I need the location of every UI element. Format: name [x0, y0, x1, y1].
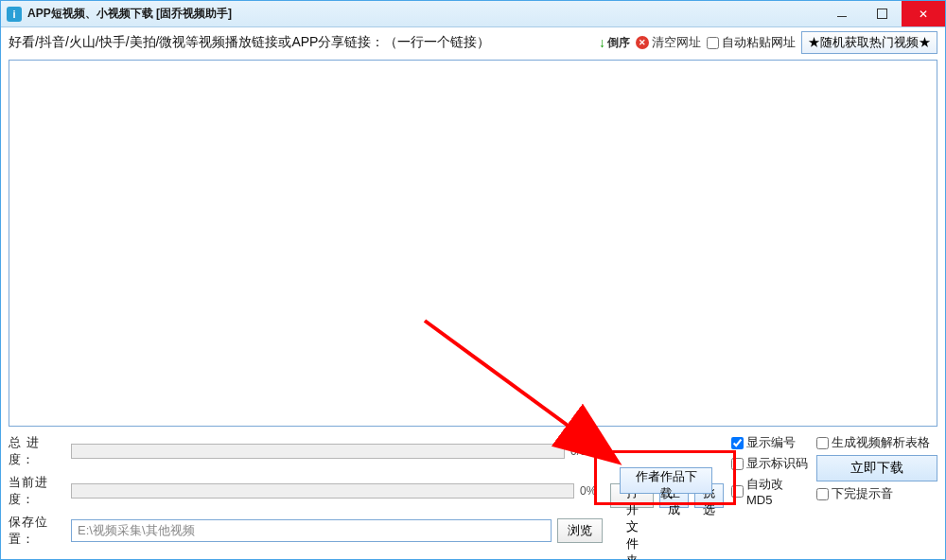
show-index-input[interactable]: [731, 437, 744, 449]
show-idcode-label: 显示标识码: [746, 455, 808, 472]
bottom-left-column: 总 进 度： 0/0 当前进度： 0% 保存位置： 浏览: [9, 434, 603, 548]
save-path-input[interactable]: [71, 519, 552, 542]
current-progress-bar: [71, 483, 574, 499]
window-controls: [822, 1, 945, 26]
show-idcode-input[interactable]: [731, 458, 744, 470]
reverse-order-button[interactable]: ↓ 倒序: [599, 35, 630, 50]
download-column: 生成视频解析表格 立即下载 下完提示音: [816, 434, 937, 548]
url-input-area: [9, 60, 937, 427]
window-title: APP短视频、小视频下载 [固乔视频助手]: [27, 6, 822, 22]
total-progress-ratio: 0/0: [570, 445, 603, 458]
current-progress-pct: 0%: [580, 484, 603, 498]
show-idcode-checkbox[interactable]: 显示标识码: [731, 455, 809, 472]
clear-icon: ✕: [636, 36, 649, 49]
auto-paste-label: 自动粘贴网址: [722, 34, 796, 51]
reverse-order-label: 倒序: [607, 37, 630, 48]
save-path-label: 保存位置：: [9, 514, 65, 548]
app-icon: i: [7, 7, 22, 22]
bottom-panel: 总 进 度： 0/0 当前进度： 0% 保存位置： 浏览 打开文件夹 生成 挑选: [1, 429, 945, 548]
download-now-button[interactable]: 立即下载: [816, 455, 937, 481]
app-window: i APP短视频、小视频下载 [固乔视频助手] 好看/抖音/火山/快手/美拍/微…: [0, 0, 946, 560]
done-sound-checkbox[interactable]: 下完提示音: [816, 485, 893, 502]
gen-parse-table-input[interactable]: [816, 437, 829, 449]
auto-paste-checkbox[interactable]: 自动粘贴网址: [707, 34, 796, 51]
maximize-button[interactable]: [862, 1, 902, 26]
current-progress-row: 当前进度： 0%: [9, 474, 603, 508]
done-sound-label: 下完提示音: [832, 485, 893, 502]
auto-paste-input[interactable]: [707, 37, 719, 49]
auto-md5-input[interactable]: [731, 485, 744, 498]
done-sound-input[interactable]: [816, 488, 829, 500]
close-button[interactable]: [902, 1, 945, 26]
arrow-down-icon: ↓: [599, 35, 605, 50]
clear-urls-button[interactable]: ✕ 清空网址: [636, 34, 701, 51]
gen-parse-table-label: 生成视频解析表格: [832, 434, 930, 451]
gen-parse-table-checkbox[interactable]: 生成视频解析表格: [816, 434, 930, 451]
current-progress-label: 当前进度：: [9, 474, 65, 508]
toolbar: 好看/抖音/火山/快手/美拍/微视等视频播放链接或APP分享链接：（一行一个链接…: [1, 27, 945, 58]
total-progress-label: 总 进 度：: [9, 434, 65, 468]
total-progress-bar: [71, 444, 565, 459]
auto-md5-checkbox[interactable]: 自动改MD5: [731, 476, 809, 507]
minimize-button[interactable]: [822, 1, 862, 26]
title-bar: i APP短视频、小视频下载 [固乔视频助手]: [1, 1, 945, 27]
browse-button[interactable]: 浏览: [557, 518, 603, 543]
options-column: 显示编号 显示标识码 自动改MD5: [731, 434, 809, 548]
clear-urls-label: 清空网址: [652, 34, 701, 51]
author-works-download-button[interactable]: 作者作品下载: [620, 467, 712, 494]
url-textarea[interactable]: [9, 60, 937, 427]
save-path-row: 保存位置： 浏览: [9, 514, 603, 548]
instruction-label: 好看/抖音/火山/快手/美拍/微视等视频播放链接或APP分享链接：（一行一个链接…: [9, 34, 490, 51]
show-index-checkbox[interactable]: 显示编号: [731, 434, 809, 451]
show-index-label: 显示编号: [746, 434, 796, 451]
auto-md5-label: 自动改MD5: [746, 476, 809, 507]
random-hot-button[interactable]: ★随机获取热门视频★: [801, 31, 937, 54]
total-progress-row: 总 进 度： 0/0: [9, 434, 603, 468]
